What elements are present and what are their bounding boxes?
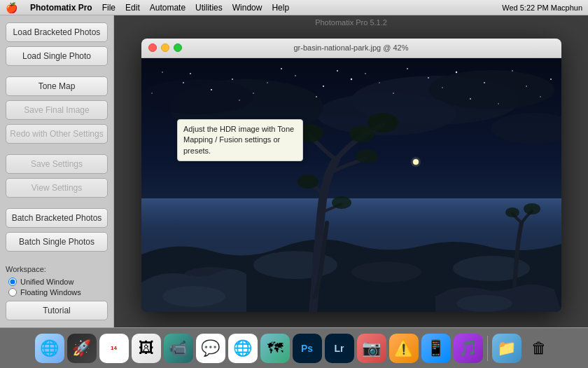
- image-window: gr-basin-national-park.jpg @ 42%: [141, 39, 561, 312]
- workspace-unified-radio[interactable]: [8, 278, 17, 286]
- night-scene-image: [141, 58, 561, 312]
- sidebar-gap-2: [6, 148, 108, 150]
- workspace-options: Unified Window Floating Windows: [6, 278, 108, 297]
- dock-trash-icon[interactable]: 🗑: [524, 334, 554, 363]
- dock-photoshop-icon[interactable]: Ps: [293, 334, 322, 363]
- dock-lightroom-icon[interactable]: Lr: [325, 334, 354, 363]
- sidebar-gap-3: [6, 202, 108, 204]
- menu-help[interactable]: Help: [272, 3, 289, 13]
- svg-point-34: [151, 93, 152, 93]
- svg-point-13: [295, 75, 296, 76]
- dock-photos-icon[interactable]: 🖼: [132, 334, 161, 363]
- dock-maps-icon[interactable]: 🗺: [260, 334, 290, 363]
- main-area: Load Bracketed Photos Load Single Photo …: [0, 15, 588, 327]
- minimize-window-button[interactable]: [161, 43, 169, 52]
- svg-point-46: [356, 149, 378, 163]
- svg-point-9: [337, 70, 338, 71]
- batch-bracketed-photos-button[interactable]: Batch Bracketed Photos: [6, 208, 108, 228]
- content-area: Photomatix Pro 5.1.2 Adjust the HDR imag…: [114, 15, 588, 327]
- app-name-menu[interactable]: Photomatix Pro: [30, 3, 92, 13]
- svg-point-52: [456, 295, 512, 312]
- menu-automate[interactable]: Automate: [150, 3, 186, 13]
- svg-point-37: [410, 156, 421, 168]
- workspace-floating-option[interactable]: Floating Windows: [8, 288, 108, 297]
- view-settings-button[interactable]: View Settings: [6, 178, 108, 198]
- maximize-window-button[interactable]: [174, 43, 182, 52]
- svg-point-33: [190, 73, 191, 74]
- svg-point-50: [505, 207, 519, 217]
- svg-point-21: [210, 88, 211, 90]
- tone-map-tooltip: Adjust the HDR image with Tone Mapping /…: [177, 119, 303, 161]
- svg-point-29: [470, 98, 471, 100]
- menu-bar-right-text: Wed 5:22 PM Macphun: [502, 4, 582, 12]
- dock-facetime-icon[interactable]: 📹: [164, 334, 193, 363]
- svg-point-51: [162, 286, 225, 307]
- save-final-image-button[interactable]: Save Final Image: [6, 100, 108, 120]
- svg-point-14: [428, 77, 429, 79]
- svg-point-25: [316, 96, 317, 97]
- svg-point-17: [253, 93, 254, 94]
- dock-app2-icon[interactable]: ⚠️: [389, 334, 419, 363]
- close-window-button[interactable]: [148, 43, 157, 52]
- image-window-titlebar: gr-basin-national-park.jpg @ 42%: [141, 39, 561, 58]
- load-bracketed-photos-button[interactable]: Load Bracketed Photos: [6, 22, 108, 42]
- svg-point-11: [322, 85, 323, 86]
- svg-point-49: [524, 203, 540, 214]
- batch-single-photos-button[interactable]: Batch Single Photos: [6, 232, 108, 252]
- svg-point-12: [407, 68, 408, 69]
- menu-utilities[interactable]: Utilities: [195, 3, 223, 13]
- svg-point-8: [365, 73, 366, 74]
- menu-bar-right: Wed 5:22 PM Macphun: [502, 4, 582, 12]
- dock-finder2-icon[interactable]: 📁: [492, 334, 522, 363]
- app-title-text: Photomatix Pro 5.1.2: [315, 18, 387, 27]
- svg-point-16: [455, 71, 456, 72]
- dock-skype-icon[interactable]: 💬: [196, 334, 225, 363]
- menu-bar: 🍎 Photomatix Pro File Edit Automate Util…: [0, 0, 588, 15]
- svg-point-24: [162, 71, 163, 73]
- sidebar: Load Bracketed Photos Load Single Photo …: [0, 15, 114, 327]
- svg-point-27: [281, 68, 282, 69]
- svg-point-44: [349, 125, 374, 142]
- dock-chrome-icon[interactable]: 🌐: [228, 334, 258, 363]
- workspace-unified-option[interactable]: Unified Window: [8, 278, 108, 286]
- workspace-label: Workspace:: [6, 265, 108, 273]
- menu-window[interactable]: Window: [232, 3, 262, 13]
- svg-point-40: [351, 261, 421, 282]
- dock-app1-icon[interactable]: 📷: [357, 334, 386, 363]
- tutorial-button[interactable]: Tutorial: [6, 301, 108, 320]
- sidebar-gap-4: [6, 256, 108, 258]
- svg-point-22: [540, 96, 540, 97]
- menu-file[interactable]: File: [102, 3, 115, 13]
- svg-point-26: [393, 93, 394, 94]
- svg-point-32: [526, 86, 527, 87]
- svg-point-15: [267, 82, 267, 83]
- tooltip-text: Adjust the HDR image with Tone Mapping /…: [183, 125, 294, 155]
- dock-separator: [487, 336, 488, 361]
- sidebar-gap-1: [6, 70, 108, 72]
- svg-point-19: [232, 79, 233, 80]
- image-canvas: [141, 58, 561, 312]
- workspace-floating-radio[interactable]: [8, 288, 17, 297]
- dock-app3-icon[interactable]: 📱: [421, 334, 451, 363]
- svg-point-23: [183, 82, 184, 83]
- apple-logo-icon[interactable]: 🍎: [6, 2, 18, 13]
- svg-point-30: [239, 100, 240, 101]
- dock-calendar-icon[interactable]: 14: [99, 334, 129, 363]
- svg-point-20: [512, 70, 513, 71]
- svg-point-35: [550, 79, 552, 80]
- dock-launchpad-icon[interactable]: 🚀: [67, 334, 97, 363]
- svg-point-48: [332, 196, 351, 209]
- load-single-photo-button[interactable]: Load Single Photo: [6, 46, 108, 66]
- save-settings-button[interactable]: Save Settings: [6, 154, 108, 174]
- svg-point-2: [428, 70, 554, 109]
- workspace-floating-label: Floating Windows: [20, 288, 81, 297]
- svg-point-7: [350, 78, 351, 79]
- menu-edit[interactable]: Edit: [125, 3, 140, 13]
- dock-app4-icon[interactable]: 🎵: [454, 334, 483, 363]
- image-window-title: gr-basin-national-park.jpg @ 42%: [293, 43, 408, 52]
- svg-point-18: [484, 82, 485, 83]
- dock-finder-icon[interactable]: 🌐: [35, 334, 64, 363]
- svg-point-5: [141, 79, 253, 114]
- tone-map-button[interactable]: Tone Map: [6, 76, 108, 96]
- redo-other-settings-button[interactable]: Redo with Other Settings: [6, 124, 108, 144]
